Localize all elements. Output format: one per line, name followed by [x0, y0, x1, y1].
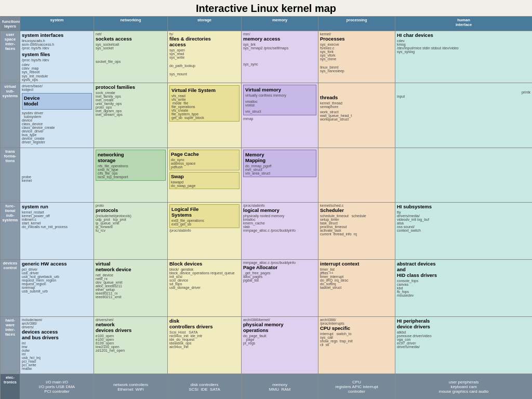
cell-processing-user: kernel/ Processes sys_execvefs/exec.csys…: [318, 31, 395, 83]
cell-hi-peripherals: HI peripheralsdevice drivers atkbdpsmous…: [395, 317, 533, 374]
main-container: Interactive Linux kernel map functionsla…: [0, 0, 532, 399]
col-header-memory: memory: [242, 17, 318, 31]
page-title: Interactive Linux kernel map: [0, 0, 532, 16]
col-header-storage: storage: [168, 17, 242, 31]
row-label-hardware: hard-wareinter-faces: [1, 317, 20, 374]
cell-hi-trans: [395, 148, 533, 203]
cell-networking-virtual: protocol families sock_createinet_family…: [94, 83, 168, 148]
cell-memory-page-alloc: mmpage_alloc.c /proc/buddyinfo Page Allo…: [242, 260, 318, 317]
cell-memory-physical: arch/i386/kernel/ physical memoryoperati…: [242, 317, 318, 374]
col-header-fl: functionslayers: [1, 17, 20, 31]
cell-storage-logical-fs: Logical FileSystems ext3_file_operations…: [168, 203, 242, 260]
cell-hi-virtual: input printk: [395, 83, 533, 148]
cell-memory-trans: MemoryMapping do_mmap_pgoff mm_struct vm…: [242, 148, 318, 203]
kernel-map-table: functionslayers system networking storag…: [0, 16, 532, 399]
cell-processing-cpu: arch/i386//proc/interrupts CPU specific …: [318, 317, 395, 374]
row-label-electronics: elec-tronics: [1, 374, 20, 400]
cell-electronics-storage: disk controllers SCSI IDE SATA: [168, 374, 242, 400]
cell-storage-virtual: Virtual File System vfs_readvfs_write mo…: [168, 83, 242, 148]
cell-electronics-networking: network controllers Ethernet WiFi: [94, 374, 168, 400]
cell-processing-virtual: threads kernel_threadsemaphore work_stru…: [318, 83, 395, 148]
cell-hi-subsystems: HI subsystems ttydrivers/media/videodv_i…: [395, 203, 533, 260]
cell-storage-block: Block devices block/ gendiskblock_device…: [168, 260, 242, 317]
cell-system-user: system interfaces linuxsyscalls.hasm-i38…: [20, 31, 94, 83]
cell-processing-trans: [318, 148, 395, 203]
cell-electronics-system: I/O main I/O I/O ports USB DMA PCI contr…: [20, 374, 94, 400]
cell-electronics-hi: user peripherals keyboard cam mouse grap…: [395, 374, 533, 400]
cell-system-devices: generic HW access pci_driverusb_driverus…: [20, 260, 94, 317]
cell-networking-functional: proto protocols (include/net/protocols)u…: [94, 203, 168, 260]
cell-networking-trans: networkingstorage nfs_file_operationssmb…: [94, 148, 168, 203]
cell-memory-virtual: Virtual memory virtually confines memory…: [242, 83, 318, 148]
cell-system-hardware: include/asm/arch/386/drivers/ devices ac…: [20, 317, 94, 374]
cell-memory-logical: /proc/slabinfo logical memory physically…: [242, 203, 318, 260]
cell-hi-char-devices: HI char devices cdevkmsg/dev/input/mice …: [395, 31, 533, 83]
col-header-hi: humaninterface: [395, 17, 533, 31]
row-label-virtual: virtualsub-systems: [1, 83, 20, 148]
cell-system-virtual: drivers/base/kobject DeviceModel sysdev …: [20, 83, 94, 148]
cell-storage-user: fs/ files & directoriesaccess sys_opensy…: [168, 31, 242, 83]
cell-networking-user: net/ sockets access sys_socketcallsys_so…: [94, 31, 168, 83]
row-label-devices: devicescontrol: [1, 260, 20, 317]
cell-electronics-memory: memory MMU RAM: [242, 374, 318, 400]
row-label-functional: func-tionalsub-systems: [1, 203, 20, 260]
col-header-networking: networking: [94, 17, 168, 31]
cell-processing-interrupt: interrupt context timer_listjiffies ++ti…: [318, 260, 395, 317]
cell-hi-abstract: abstract devicesandHID class drivers con…: [395, 260, 533, 317]
cell-networking-virtual-dev: virtualnetwork device net_devicenetif_rx…: [94, 260, 168, 317]
row-label-user-space: userspaceinter-faces: [1, 31, 20, 83]
cell-networking-drivers: drivers/net/ networkdevices drivers e100…: [94, 317, 168, 374]
col-header-processing: processing: [318, 17, 395, 31]
cell-storage-trans: Page Cache do_syncaddress_spacepdflush S…: [168, 148, 242, 203]
cell-memory-user: mm/ memory access sys_brksys_mmap2 /proc…: [242, 31, 318, 83]
cell-electronics-cpu: CPU registers APIC interrupt controller: [318, 374, 395, 400]
cell-processing-scheduler: kernel/sched.c Scheduler schedule_timeou…: [318, 203, 395, 260]
cell-system-functional: system run kernel_restartkernel_power_of…: [20, 203, 94, 260]
cell-system-trans: probekernel: [20, 148, 94, 203]
col-header-system: system: [20, 17, 94, 31]
row-label-transformations: transforma-tions: [1, 148, 20, 203]
cell-storage-disk-ctrl: diskcontrollers drivers Scsi_Host SATAni…: [168, 317, 242, 374]
